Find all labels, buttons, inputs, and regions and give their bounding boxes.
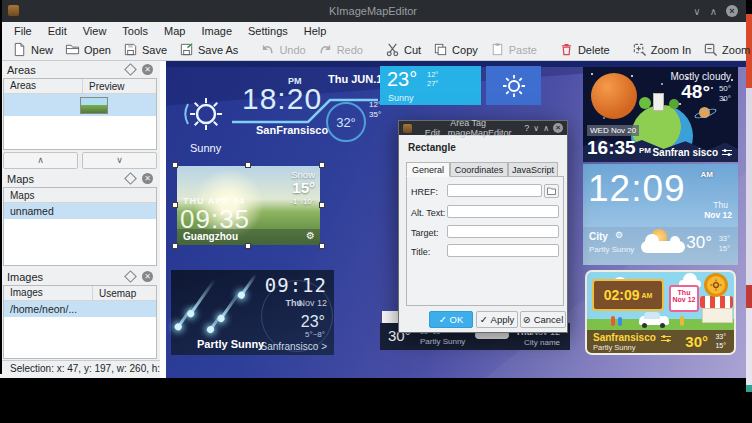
save-button[interactable]: Save <box>117 40 173 59</box>
title-input[interactable] <box>447 244 559 257</box>
save-as-button[interactable]: Save As <box>173 40 244 59</box>
menu-map[interactable]: Map <box>156 25 193 37</box>
close-panel-icon[interactable]: ✕ <box>142 64 153 75</box>
close-panel-icon[interactable]: ✕ <box>142 173 153 184</box>
maps-list[interactable]: Maps unnamed <box>3 187 157 266</box>
close-button[interactable]: × <box>726 5 738 17</box>
usemap-column-header[interactable]: Usemap <box>93 288 136 299</box>
save-icon <box>123 42 138 57</box>
undo-button[interactable]: Undo <box>254 40 311 59</box>
maps-column-header[interactable]: Maps <box>4 190 34 201</box>
widget-sky-clock: 12:09 AM Thu Nov 12 City ⚙ Partly Sunny … <box>583 164 738 265</box>
undo-icon <box>260 42 275 57</box>
building-icon <box>653 93 664 111</box>
car-wheel <box>642 323 647 328</box>
city-label: Guangzhou <box>183 231 238 242</box>
help-button[interactable]: ? <box>524 123 529 133</box>
save-as-label: Save As <box>198 44 238 56</box>
dialog-title: Area Tag Edit...mageMapEditor <box>416 118 520 138</box>
comet-icon <box>240 273 257 296</box>
target-input[interactable] <box>447 225 559 238</box>
selection-handle[interactable] <box>319 162 325 168</box>
paste-button[interactable]: Paste <box>484 40 543 59</box>
areas-panel-header[interactable]: Areas ✕ <box>3 62 157 77</box>
menu-view[interactable]: View <box>75 25 115 37</box>
float-icon[interactable] <box>124 270 137 283</box>
settings-gear-icon[interactable]: ⚙ <box>306 230 315 241</box>
move-area-down-button[interactable]: ∨ <box>82 152 157 169</box>
copy-button[interactable]: Copy <box>427 40 484 59</box>
titlebar[interactable]: KImageMapEditor ∨ ∧ × <box>0 0 746 22</box>
areas-column-header[interactable]: Areas <box>4 79 83 93</box>
float-icon[interactable] <box>124 172 137 185</box>
settings-sliders-icon[interactable] <box>661 334 671 343</box>
cut-button[interactable]: Cut <box>379 40 427 59</box>
maps-panel-header[interactable]: Maps ✕ <box>3 171 157 186</box>
maximize-button[interactable]: ∧ <box>543 124 549 133</box>
minimize-button[interactable]: ∨ <box>693 6 700 17</box>
close-panel-icon[interactable]: ✕ <box>142 271 153 282</box>
alt-text-input[interactable] <box>447 205 559 218</box>
maps-panel: Maps ✕ Maps unnamed <box>3 171 157 267</box>
cancel-button[interactable]: ⊘Cancel <box>520 311 566 328</box>
widget-cartoon: 02:09 AM Thu Nov 12 Sanfransisco <box>585 270 736 355</box>
selection-handle[interactable] <box>172 243 178 249</box>
menu-file[interactable]: File <box>6 25 40 37</box>
delete-button[interactable]: Delete <box>553 40 616 59</box>
new-button[interactable]: New <box>6 40 59 59</box>
menu-image[interactable]: Image <box>193 25 240 37</box>
sun-icon <box>501 73 527 99</box>
status-selection: Selection: x: 47, y: 197, w: 260, h: 145 <box>10 363 180 374</box>
href-browse-button[interactable] <box>544 184 559 198</box>
zoom-out-button[interactable]: Zoom Out <box>697 40 752 59</box>
tree-icon <box>639 97 651 109</box>
tab-javascript[interactable]: JavaScript <box>508 162 558 177</box>
screen: KImageMapEditor ∨ ∧ × File Edit View Too… <box>0 0 752 423</box>
selection-handle[interactable] <box>172 202 178 208</box>
settings-sliders-icon[interactable] <box>722 148 732 157</box>
condition-label: Partly Sunny <box>589 245 634 254</box>
move-area-up-button[interactable]: ∧ <box>3 152 78 169</box>
copy-label: Copy <box>452 44 478 56</box>
redo-button[interactable]: Redo <box>312 40 369 59</box>
tab-general[interactable]: General <box>406 162 450 177</box>
href-label: HREF: <box>411 187 438 197</box>
minimize-button[interactable]: ∨ <box>533 124 539 133</box>
menu-settings[interactable]: Settings <box>240 25 296 37</box>
new-label: New <box>31 44 53 56</box>
areas-table[interactable]: Areas Preview <box>3 78 157 150</box>
tab-coordinates[interactable]: Coordinates <box>450 162 508 177</box>
dialog-titlebar[interactable]: Area Tag Edit...mageMapEditor ? ∨ ∧ × <box>399 121 567 135</box>
time-label: 12:09 <box>588 168 686 210</box>
close-button[interactable]: × <box>553 123 563 133</box>
ok-button[interactable]: ✓OK <box>429 311 473 328</box>
image-row-path[interactable]: /home/neon/... <box>4 301 156 317</box>
menu-tools[interactable]: Tools <box>114 25 156 37</box>
images-panel-header[interactable]: Images ✕ <box>3 269 157 284</box>
images-table[interactable]: Images Usemap /home/neon/... <box>3 285 157 359</box>
selection-handle[interactable] <box>319 202 325 208</box>
widget-tile-temp: 23° 12° 27° Sunny <box>380 66 481 105</box>
preview-column-header[interactable]: Preview <box>83 81 125 92</box>
temp-label: 23° <box>387 68 417 91</box>
widget-guangzhou[interactable]: Snow 15° -1°/10° THU APR 04 09:35 Guangz… <box>177 166 320 245</box>
menu-help[interactable]: Help <box>296 25 335 37</box>
maximize-button[interactable]: ∧ <box>710 6 717 17</box>
selection-handle[interactable] <box>245 162 251 168</box>
date-label: Nov 12 <box>704 210 732 220</box>
selection-handle[interactable] <box>319 243 325 249</box>
selection-handle[interactable] <box>172 162 178 168</box>
menu-edit[interactable]: Edit <box>40 25 75 37</box>
cancel-icon: ⊘ <box>523 314 531 325</box>
float-icon[interactable] <box>124 63 137 76</box>
open-button[interactable]: Open <box>59 40 117 59</box>
images-column-header[interactable]: Images <box>4 286 93 300</box>
ampm-label: PM <box>639 146 651 155</box>
apply-button[interactable]: ✓Apply <box>476 311 518 328</box>
zoom-in-button[interactable]: Zoom In <box>626 40 697 59</box>
selection-handle[interactable] <box>245 243 251 249</box>
map-row-unnamed[interactable]: unnamed <box>4 203 156 219</box>
settings-gear-icon[interactable]: ⚙ <box>615 230 623 240</box>
area-row-selected[interactable] <box>4 94 156 116</box>
href-input[interactable] <box>447 184 542 197</box>
